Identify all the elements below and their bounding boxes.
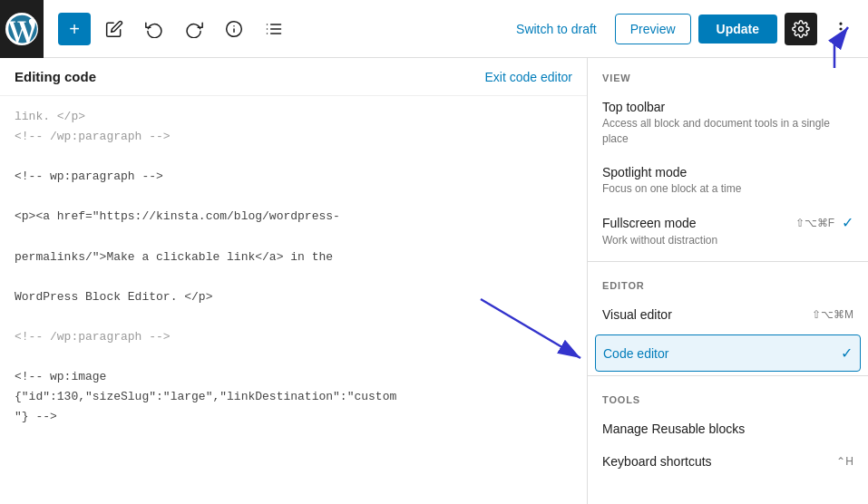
code-line-5: permalinks/">Make a clickable link</a> i… [15, 250, 333, 264]
top-toolbar-title: Top toolbar [602, 100, 853, 114]
code-editor-item[interactable]: Code editor ✓ [595, 334, 861, 372]
svg-point-10 [799, 26, 804, 31]
keyboard-shortcuts-item[interactable]: Keyboard shortcuts ⌃H [588, 445, 868, 478]
svg-point-13 [840, 34, 842, 35]
code-editor-area: Editing code Exit code editor link. </p>… [0, 58, 587, 504]
more-vertical-icon [832, 20, 850, 38]
visual-editor-item[interactable]: Visual editor ⇧⌥⌘M [588, 298, 868, 331]
visual-editor-shortcut: ⇧⌥⌘M [812, 308, 853, 321]
preview-button[interactable]: Preview [615, 14, 691, 44]
spotlight-mode-item[interactable]: Spotlight mode Focus on one block at a t… [588, 156, 868, 206]
editor-section-label: EDITOR [588, 266, 868, 298]
undo-button[interactable] [138, 13, 171, 45]
code-line-10: "} --> [15, 410, 57, 423]
info-icon [225, 20, 243, 38]
keyboard-shortcuts-title: Keyboard shortcuts ⌃H [602, 454, 853, 469]
code-line-3: <!-- wp:paragraph --> [15, 170, 163, 183]
toolbar-right: Switch to draft Preview Update [505, 13, 857, 45]
wp-logo[interactable] [0, 0, 44, 58]
code-line-2: <!-- /wp:paragraph --> [15, 130, 171, 143]
more-options-button[interactable] [824, 13, 857, 45]
svg-point-11 [840, 23, 842, 24]
keyboard-shortcuts-shortcut: ⌃H [836, 455, 853, 468]
dropdown-panel: VIEW Top toolbar Access all block and do… [587, 58, 868, 504]
add-icon: + [69, 20, 80, 38]
switch-to-draft-button[interactable]: Switch to draft [505, 15, 608, 44]
fullscreen-mode-item[interactable]: Fullscreen mode ⇧⌥⌘F ✓ Work without dist… [588, 205, 868, 257]
spotlight-mode-desc: Focus on one block at a time [602, 181, 853, 197]
manage-reusable-item[interactable]: Manage Reusable blocks [588, 412, 868, 445]
top-toolbar-item[interactable]: Top toolbar Access all block and documen… [588, 91, 868, 156]
section-divider-1 [588, 261, 868, 262]
code-line-9: {"id":130,"sizeSlug":"large","linkDestin… [15, 390, 396, 403]
wp-logo-icon [5, 13, 38, 45]
fullscreen-checkmark: ✓ [842, 214, 853, 231]
code-editor-header: Editing code Exit code editor [0, 58, 587, 96]
main-area: Editing code Exit code editor link. </p>… [0, 58, 868, 504]
add-block-button[interactable]: + [58, 13, 91, 45]
code-line-1: link. </p> [15, 110, 85, 123]
tools-section-label: TOOLS [588, 380, 868, 412]
pencil-icon [105, 20, 123, 38]
exit-code-editor-link[interactable]: Exit code editor [485, 70, 573, 84]
code-editor-menu-title: Code editor ✓ [603, 344, 853, 362]
update-button[interactable]: Update [698, 15, 777, 44]
spotlight-mode-title: Spotlight mode [602, 165, 853, 179]
top-toolbar-desc: Access all block and document tools in a… [602, 116, 853, 147]
section-divider-2 [588, 375, 868, 376]
code-line-6: WordPress Block Editor. </p> [15, 290, 212, 304]
code-line-4: <p><a href="https://kinsta.com/blog/word… [15, 209, 340, 223]
code-content[interactable]: link. </p> <!-- /wp:paragraph --> <!-- w… [0, 96, 587, 439]
settings-button[interactable] [785, 13, 817, 45]
edit-button[interactable] [98, 13, 131, 45]
fullscreen-mode-title: Fullscreen mode ⇧⌥⌘F ✓ [602, 214, 853, 231]
redo-button[interactable] [178, 13, 210, 45]
manage-reusable-title: Manage Reusable blocks [602, 422, 853, 436]
info-button[interactable] [218, 13, 250, 45]
list-icon [265, 20, 283, 38]
code-line-7: <!-- /wp:paragraph --> [15, 330, 171, 344]
visual-editor-title: Visual editor ⇧⌥⌘M [602, 307, 853, 322]
fullscreen-shortcut: ⇧⌥⌘F [795, 217, 834, 229]
code-line-8: <!-- wp:image [15, 370, 106, 383]
code-editor-checkmark: ✓ [841, 344, 853, 362]
gear-icon [792, 20, 810, 38]
undo-icon [145, 20, 163, 38]
fullscreen-mode-desc: Work without distraction [602, 233, 853, 248]
list-view-button[interactable] [258, 13, 290, 45]
redo-icon [185, 20, 203, 38]
main-toolbar: + [0, 0, 868, 58]
svg-point-12 [840, 28, 842, 30]
code-editor-title: Editing code [15, 69, 96, 84]
view-section-label: VIEW [588, 58, 868, 91]
